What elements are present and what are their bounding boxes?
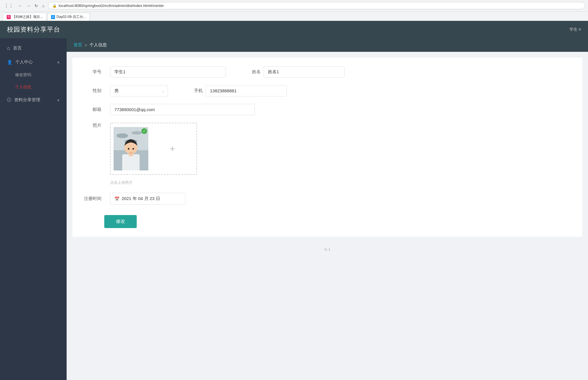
sidebar-group-resource-mgmt[interactable]: ⓘ 资料分享管理 ∨	[0, 93, 67, 107]
svg-point-3	[132, 131, 142, 135]
home-icon: ⌂	[7, 45, 10, 51]
form-row-photo: 照片	[84, 123, 571, 185]
form-phone-group: 手机	[191, 85, 287, 96]
breadcrumb-home[interactable]: 首页	[74, 42, 82, 48]
home-button[interactable]: ⌂	[41, 3, 46, 9]
breadcrumb-current: 个人信息	[90, 42, 107, 48]
nav-buttons: ← → ↻ ⌂	[17, 3, 46, 9]
resource-mgmt-label: 资料分享管理	[14, 97, 40, 103]
tab-1-label: 【码神之路】项目...	[12, 14, 43, 19]
svg-point-2	[116, 133, 128, 138]
sidebar-home-label: 首页	[13, 45, 22, 51]
tab-1-favicon: 码	[7, 15, 11, 19]
personal-center-label: 个人中心	[15, 59, 33, 65]
tab-2[interactable]: D Day02-09-员工分...	[47, 13, 90, 21]
person-icon: 👤	[7, 60, 12, 65]
form-row-gender-phone: 性别 男 女 ⌄ 手机	[84, 85, 571, 96]
reg-time-input[interactable]: 📅 2021 年 04 月 23 日	[110, 193, 185, 205]
url-text: localhost:8080/springboot2mc6m/admin/dis…	[59, 3, 164, 8]
pagination-text: Is 1	[324, 247, 330, 252]
tab-2-label: Day02-09-员工分...	[56, 14, 86, 19]
tab-1[interactable]: 码 【码神之路】项目...	[3, 13, 47, 21]
browser-tabs-bar: 码 【码神之路】项目... D Day02-09-员工分...	[0, 12, 588, 21]
calendar-icon: 📅	[114, 197, 119, 201]
question-circle-icon: ⓘ	[7, 97, 11, 103]
chevron-down-icon: ∨	[57, 98, 60, 102]
url-bar[interactable]: 🔒 localhost:8080/springboot2mc6m/admin/d…	[48, 2, 585, 9]
svg-point-11	[133, 148, 134, 150]
svg-point-10	[128, 148, 129, 150]
browser-toolbar: ⋮⋮ ← → ↻ ⌂ 🔒 localhost:8080/springboot2m…	[0, 0, 588, 12]
student-id-input[interactable]	[110, 66, 226, 78]
svg-rect-6	[122, 154, 140, 170]
top-header: 校园资料分享平台 学生 ≡	[0, 21, 588, 38]
email-input[interactable]	[110, 104, 255, 115]
form-row-reg-time: 注册时间 📅 2021 年 04 月 23 日	[84, 193, 571, 205]
form-actions: 修改	[84, 212, 571, 228]
chevron-up-icon: ∧	[57, 60, 60, 64]
phone-label: 手机	[191, 88, 203, 93]
photo-check-icon: ✓	[141, 128, 147, 134]
user-area[interactable]: 学生 ≡	[569, 27, 581, 32]
app: 校园资料分享平台 学生 ≡ ⌂ 首页 👤 个人中心 ∧ 修改密码 个人信息	[0, 21, 588, 380]
photo-upload-box[interactable]: ✓ +	[110, 123, 197, 175]
reg-time-label: 注册时间	[84, 196, 101, 201]
photo-hint-text: 点击上传照片	[110, 180, 197, 185]
form-row-email: 邮箱	[84, 104, 571, 115]
gender-select[interactable]: 男 女	[110, 85, 168, 96]
change-password-label: 修改密码	[15, 72, 31, 77]
plus-icon: +	[170, 144, 175, 154]
reload-button[interactable]: ↻	[33, 3, 39, 9]
photo-label: 照片	[84, 123, 101, 128]
main-content: 首页 > 个人信息 学号 姓名 性别	[67, 38, 588, 380]
form-row-student-id-name: 学号 姓名	[84, 66, 571, 78]
app-title: 校园资料分享平台	[7, 25, 60, 34]
gender-select-wrapper: 男 女 ⌄	[110, 85, 168, 96]
tab-2-favicon: D	[51, 15, 55, 19]
gender-label: 性别	[84, 88, 101, 93]
forward-button[interactable]: →	[25, 3, 32, 9]
back-button[interactable]: ←	[17, 3, 24, 9]
personal-info-label: 个人信息	[15, 85, 31, 89]
photo-thumbnail: ✓	[114, 127, 148, 170]
name-input[interactable]	[264, 66, 345, 78]
email-label: 邮箱	[84, 107, 101, 112]
sidebar-item-personal-info[interactable]: 个人信息	[0, 81, 67, 93]
student-id-label: 学号	[84, 69, 101, 75]
sidebar-item-change-password[interactable]: 修改密码	[0, 69, 67, 81]
lock-icon: 🔒	[52, 4, 57, 8]
form-name-group: 姓名	[249, 66, 345, 78]
apps-icon[interactable]: ⋮⋮	[3, 2, 14, 10]
photo-add-button[interactable]: +	[151, 127, 193, 170]
submit-button[interactable]: 修改	[104, 215, 137, 228]
phone-input[interactable]	[206, 85, 287, 96]
personal-info-form: 学号 姓名 性别 男 女 ⌄	[72, 58, 582, 237]
sidebar: ⌂ 首页 👤 个人中心 ∧ 修改密码 个人信息 ⓘ 资料分享管理 ∨	[0, 38, 67, 380]
sidebar-item-home[interactable]: ⌂ 首页	[0, 41, 67, 55]
name-label: 姓名	[249, 69, 261, 75]
svg-rect-7	[129, 153, 133, 156]
main-layout: ⌂ 首页 👤 个人中心 ∧ 修改密码 个人信息 ⓘ 资料分享管理 ∨	[0, 38, 588, 380]
breadcrumb: 首页 > 个人信息	[67, 38, 588, 52]
breadcrumb-separator: >	[85, 43, 87, 47]
sidebar-group-personal-center[interactable]: 👤 个人中心 ∧	[0, 55, 67, 69]
bottom-pagination: Is 1	[67, 243, 588, 256]
reg-time-value: 2021 年 04 月 23 日	[122, 196, 160, 201]
